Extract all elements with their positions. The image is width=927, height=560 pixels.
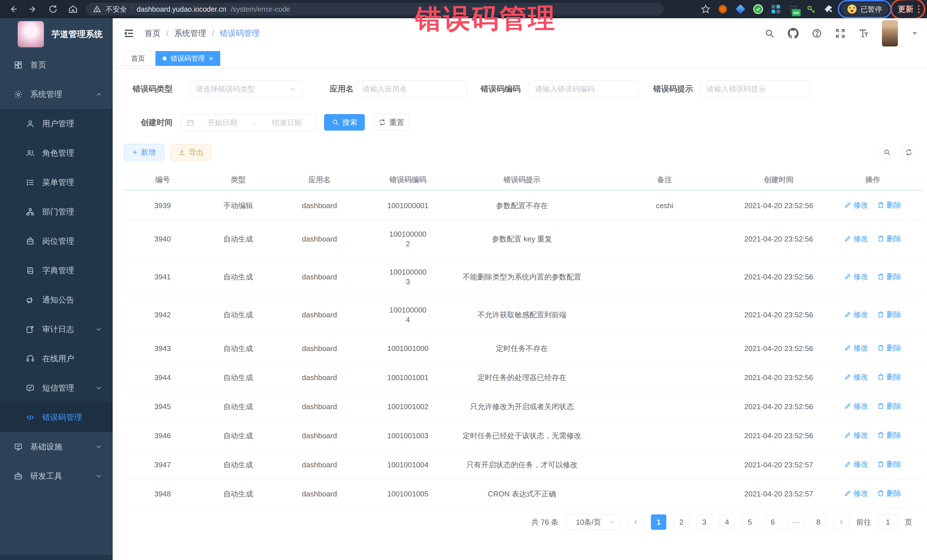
back-icon[interactable] — [8, 3, 19, 15]
breadcrumb-system[interactable]: 系统管理 — [174, 28, 206, 39]
sidebar-item-sms[interactable]: 短信管理 — [0, 373, 112, 403]
browser-update-button[interactable]: 更新 — [895, 2, 922, 16]
fullscreen-icon[interactable] — [835, 28, 845, 38]
edit-link[interactable]: 修改 — [844, 272, 868, 281]
edit-link[interactable]: 修改 — [844, 489, 868, 498]
extension-key-icon[interactable] — [806, 4, 817, 15]
edit-link[interactable]: 修改 — [844, 401, 868, 411]
edit-link[interactable]: 修改 — [844, 430, 868, 440]
sidebar-item-dict[interactable]: 字典管理 — [0, 256, 112, 285]
extension-grid-icon[interactable] — [770, 4, 781, 15]
reload-icon[interactable] — [47, 3, 59, 15]
prev-page-button[interactable] — [628, 514, 643, 530]
delete-link[interactable]: 删除 — [877, 310, 901, 319]
search-icon[interactable] — [764, 28, 775, 38]
refresh-button[interactable] — [901, 144, 917, 160]
tab-home[interactable]: 首页 — [124, 51, 152, 66]
github-icon[interactable] — [788, 28, 799, 39]
page-button-2[interactable]: 2 — [674, 514, 689, 530]
insecure-warning-icon[interactable] — [93, 5, 101, 13]
user-avatar[interactable] — [882, 20, 898, 47]
edit-link[interactable]: 修改 — [844, 310, 868, 319]
extension-orange-icon[interactable] — [717, 4, 728, 15]
sidebar-item-system[interactable]: 系统管理 — [0, 80, 112, 109]
page-button-4[interactable]: 4 — [719, 514, 735, 530]
search-button[interactable]: 搜索 — [324, 114, 365, 131]
browser-menu-kebab-icon[interactable] — [918, 5, 919, 13]
cell-id: 3943 — [123, 334, 202, 363]
help-icon[interactable] — [812, 28, 822, 38]
delete-link[interactable]: 删除 — [877, 200, 901, 210]
date-range-picker[interactable]: 开始日期 - 结束日期 — [181, 114, 317, 131]
sidebar-item-departments[interactable]: 部门管理 — [0, 197, 112, 226]
sidebar-item-users[interactable]: 用户管理 — [0, 109, 112, 138]
edit-link[interactable]: 修改 — [844, 234, 868, 243]
extensions-puzzle-icon[interactable] — [824, 4, 834, 15]
delete-link-label: 删除 — [886, 489, 901, 498]
sidebar-item-notice[interactable]: 通知公告 — [0, 285, 112, 314]
cell-app: dashboard — [274, 363, 365, 392]
sidebar-item-posts[interactable]: 岗位管理 — [0, 226, 112, 256]
add-button[interactable]: + 新增 — [124, 144, 164, 161]
page-button-8[interactable]: 8 — [811, 514, 826, 530]
breadcrumb-home[interactable]: 首页 — [144, 28, 161, 39]
goto-page-input[interactable] — [878, 514, 897, 530]
delete-link[interactable]: 删除 — [877, 343, 901, 353]
delete-link[interactable]: 删除 — [877, 272, 901, 281]
app-name-input[interactable] — [357, 80, 467, 97]
profile-paused-pill[interactable]: 已暂停 — [841, 3, 888, 16]
edit-link-label: 修改 — [853, 200, 868, 210]
sidebar-logo[interactable]: 芋道管理系统 — [0, 18, 112, 50]
address-bar[interactable]: 不安全 dashboard.yudao.iocoder.cn/system/er… — [85, 3, 664, 15]
content-header: 首页 / 系统管理 / 错误码管理 — [112, 18, 927, 49]
forward-icon[interactable] — [27, 3, 39, 15]
monitor-icon — [13, 443, 23, 451]
tab-error-code[interactable]: 错误码管理 × — [155, 51, 220, 66]
page-button-6[interactable]: 6 — [765, 514, 780, 530]
error-type-select[interactable]: 请选择错误码类型 — [190, 80, 302, 97]
sidebar-item-infra[interactable]: 基础设施 — [0, 432, 112, 461]
delete-link[interactable]: 删除 — [877, 489, 901, 498]
home-icon[interactable] — [67, 3, 79, 15]
delete-link[interactable]: 删除 — [877, 372, 901, 382]
extension-list-icon[interactable]: on — [788, 4, 799, 15]
delete-link[interactable]: 删除 — [877, 234, 901, 243]
delete-link[interactable]: 删除 — [877, 430, 901, 440]
font-size-icon[interactable] — [859, 28, 869, 38]
export-button[interactable]: 导出 — [170, 144, 211, 161]
cell-app: dashboard — [274, 450, 365, 479]
sidebar-item-online-users[interactable]: 在线用户 — [0, 344, 112, 373]
edit-link[interactable]: 修改 — [844, 459, 868, 469]
close-icon[interactable]: × — [209, 55, 213, 62]
edit-link[interactable]: 修改 — [844, 200, 868, 210]
toggle-search-button[interactable] — [879, 144, 895, 160]
sidebar-item-audit-log[interactable]: 审计日志 — [0, 314, 112, 344]
error-code-input[interactable] — [529, 80, 639, 97]
sidebar-collapse-icon[interactable] — [122, 27, 135, 40]
page-button-5[interactable]: 5 — [742, 514, 758, 530]
bookmark-star-icon[interactable] — [701, 4, 711, 14]
delete-link[interactable]: 删除 — [877, 459, 901, 469]
edit-link[interactable]: 修改 — [844, 372, 868, 382]
page-size-select[interactable]: 10条/页 — [566, 514, 621, 530]
sidebar-item-home[interactable]: 首页 — [0, 50, 112, 80]
page-button-3[interactable]: 3 — [696, 514, 712, 530]
page-button-1[interactable]: 1 — [651, 514, 666, 530]
error-msg-input[interactable] — [701, 80, 810, 97]
sidebar-item-roles[interactable]: 角色管理 — [0, 138, 112, 168]
sidebar-item-error-code[interactable]: 错误码管理 — [0, 403, 112, 432]
extension-green-check-icon[interactable] — [753, 4, 764, 15]
cell-remark — [593, 392, 736, 421]
edit-link[interactable]: 修改 — [844, 343, 868, 353]
extension-gem-icon[interactable] — [735, 4, 746, 15]
sidebar-item-dev-tools[interactable]: 研发工具 — [0, 461, 112, 491]
cell-msg: 不允许获取敏感配置到前端 — [451, 296, 593, 334]
next-page-button[interactable] — [833, 514, 849, 530]
sidebar-collapse-bar[interactable] — [0, 555, 112, 560]
reset-button[interactable]: 重置 — [374, 114, 409, 131]
delete-link[interactable]: 删除 — [877, 401, 901, 411]
sidebar-item-menus[interactable]: 菜单管理 — [0, 168, 112, 197]
user-icon — [25, 120, 35, 128]
pagination-more[interactable]: ··· — [788, 514, 803, 530]
avatar-caret-icon[interactable] — [911, 30, 918, 37]
